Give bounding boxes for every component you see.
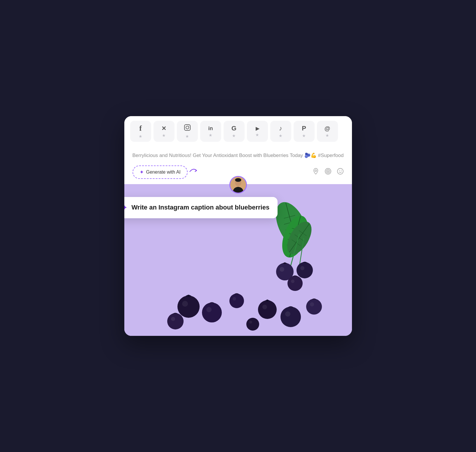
svg-point-49	[262, 305, 267, 309]
svg-point-47	[171, 317, 175, 321]
social-btn-x[interactable]: ✕ ★	[154, 121, 175, 142]
svg-point-6	[327, 171, 329, 172]
svg-point-40	[291, 280, 294, 283]
instagram-star: ★	[185, 134, 189, 139]
svg-point-57	[246, 318, 259, 331]
ai-prompt-text: Write an Instagram caption about blueber…	[132, 204, 270, 211]
linkedin-icon: in	[208, 125, 213, 132]
ai-prompt-card: ✦ Write an Instagram caption about blueb…	[124, 197, 278, 218]
svg-point-36	[284, 262, 286, 264]
svg-point-42	[182, 301, 188, 307]
ai-sparkle-icon: ✦	[124, 203, 128, 212]
image-section: ✦ Write an Instagram caption about blueb…	[124, 184, 352, 336]
emoji-icon[interactable]	[337, 168, 344, 177]
social-bar: f ★ ✕ ★ ★ in ★ G ★ ▶ ★ ♪	[124, 116, 352, 145]
generate-button-label: Generate with AI	[146, 170, 181, 175]
svg-point-46	[167, 313, 184, 329]
svg-point-37	[297, 262, 313, 278]
toolbar-icons	[312, 168, 344, 177]
pinterest-icon: P	[302, 125, 306, 132]
svg-point-12	[235, 178, 241, 182]
main-card: f ★ ✕ ★ ★ in ★ G ★ ▶ ★ ♪	[124, 116, 352, 336]
x-star: ★	[162, 133, 166, 138]
facebook-star: ★	[139, 134, 142, 139]
social-btn-facebook[interactable]: f ★	[130, 121, 151, 142]
instagram-icon	[184, 124, 191, 133]
x-icon: ✕	[161, 125, 166, 132]
social-btn-google[interactable]: G ★	[224, 121, 245, 142]
tiktok-icon: ♪	[279, 125, 282, 132]
sparkle-icon: ✦	[140, 169, 144, 175]
svg-point-53	[306, 299, 322, 315]
svg-point-3	[315, 170, 317, 172]
svg-point-56	[233, 297, 236, 301]
svg-point-51	[280, 307, 301, 327]
svg-point-5	[326, 170, 330, 173]
svg-point-48	[258, 300, 277, 319]
svg-point-38	[300, 266, 304, 270]
social-btn-threads[interactable]: @ ★	[317, 121, 338, 142]
svg-point-55	[229, 294, 244, 308]
svg-point-4	[325, 168, 331, 174]
svg-point-1	[186, 126, 189, 129]
target-icon[interactable]	[325, 168, 332, 177]
threads-icon: @	[325, 125, 330, 132]
social-btn-youtube[interactable]: ▶ ★	[247, 121, 268, 142]
svg-point-43	[187, 295, 190, 297]
arrow-pointer	[188, 166, 199, 178]
social-btn-linkedin[interactable]: in ★	[200, 121, 221, 142]
svg-point-45	[206, 307, 212, 312]
svg-point-2	[189, 126, 189, 126]
svg-point-35	[280, 267, 284, 272]
threads-star: ★	[325, 133, 329, 138]
social-btn-instagram[interactable]: ★	[177, 121, 198, 142]
google-star: ★	[232, 133, 236, 138]
svg-point-44	[202, 303, 222, 322]
social-btn-pinterest[interactable]: P ★	[294, 121, 315, 142]
location-icon[interactable]	[312, 168, 319, 177]
generate-ai-button[interactable]: ✦ Generate with AI	[132, 165, 188, 179]
svg-point-41	[177, 296, 200, 318]
svg-point-52	[285, 311, 290, 317]
svg-point-50	[266, 299, 268, 301]
svg-point-7	[337, 168, 343, 174]
avatar	[229, 176, 247, 193]
google-icon: G	[231, 125, 236, 132]
linkedin-star: ★	[209, 133, 212, 137]
facebook-icon: f	[139, 124, 142, 133]
tiktok-star: ★	[279, 133, 283, 138]
svg-point-58	[249, 321, 252, 324]
youtube-icon: ▶	[256, 126, 259, 131]
social-btn-tiktok[interactable]: ♪ ★	[270, 121, 291, 142]
svg-point-54	[310, 302, 314, 306]
pinterest-star: ★	[302, 133, 306, 138]
caption-text: Berrylicious and Nutritious! Get Your An…	[132, 152, 344, 159]
svg-point-39	[287, 276, 303, 291]
svg-rect-0	[184, 125, 190, 130]
youtube-star: ★	[255, 132, 259, 137]
